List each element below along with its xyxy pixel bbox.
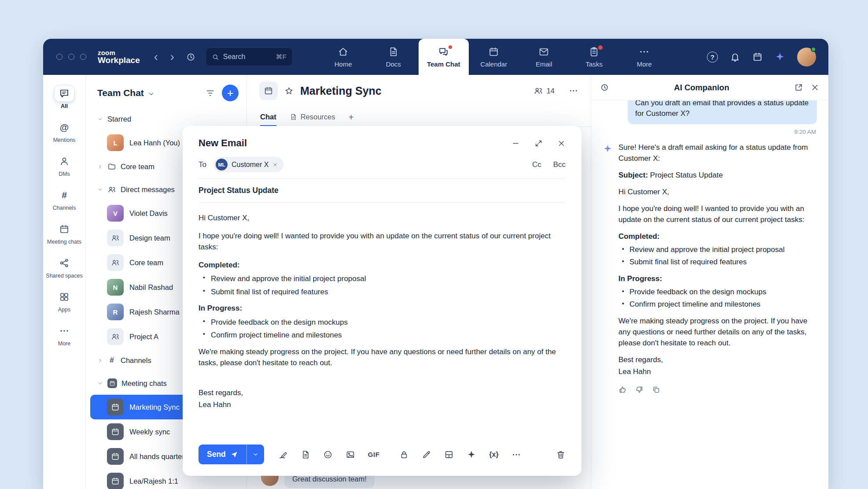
home-icon (338, 46, 349, 57)
search-input[interactable]: Search ⌘F (206, 48, 293, 66)
copy-icon[interactable] (652, 385, 660, 394)
email-signature: Lea Hahn (199, 399, 566, 411)
history-icon[interactable] (600, 83, 609, 92)
encryption-lock-icon[interactable] (399, 450, 409, 459)
expand-icon[interactable] (534, 139, 543, 148)
filter-button[interactable] (206, 89, 215, 98)
draw-pencil-icon[interactable] (422, 450, 431, 459)
back-icon[interactable]: ‹ (154, 51, 158, 63)
rail-item-mentions[interactable]: @ Mentions (43, 114, 85, 148)
history-nav: ‹ › (154, 51, 174, 63)
people-icon (111, 332, 120, 341)
forward-icon[interactable]: › (170, 51, 174, 63)
rail-item-dms[interactable]: DMs (43, 148, 85, 182)
search-placeholder: Search (223, 53, 246, 61)
top-bar: zoom Workplace ‹ › Search ⌘F Home Docs (43, 39, 828, 75)
ai-greeting: Hi Customer X, (618, 187, 817, 198)
minimize-icon[interactable] (511, 139, 520, 148)
nav-email[interactable]: Email (519, 39, 569, 75)
cc-button[interactable]: Cc (532, 160, 541, 169)
tab-chat[interactable]: Chat (260, 113, 276, 126)
dialog-title: New Email (199, 137, 247, 149)
rail-item-shared-spaces[interactable]: Shared spaces (43, 250, 85, 284)
send-button[interactable]: Send (199, 445, 246, 464)
ai-signoff: Best regards, (618, 355, 817, 366)
recent-history-icon[interactable] (186, 52, 196, 62)
chat-list-dropdown-icon[interactable] (148, 89, 154, 97)
ai-companion-sparkle-icon[interactable] (775, 52, 785, 62)
new-chat-button[interactable]: + (222, 85, 239, 101)
email-closing: We're making steady progress on the proj… (199, 346, 566, 369)
logo-workplace: Workplace (98, 56, 140, 64)
meeting-avatar (107, 448, 124, 465)
star-channel-button[interactable] (284, 86, 294, 96)
calendar-icon (488, 46, 499, 57)
nav-email-label: Email (536, 60, 552, 68)
channels-hash-icon: # (62, 190, 67, 200)
rail-item-channels[interactable]: # Channels (43, 182, 85, 216)
help-icon[interactable]: ? (707, 52, 718, 63)
close-icon[interactable] (810, 83, 820, 92)
group-avatar (107, 328, 124, 345)
nav-tasks[interactable]: Tasks (569, 39, 619, 75)
rail-item-apps[interactable]: Apps (43, 284, 85, 318)
bcc-button[interactable]: Bcc (553, 160, 566, 169)
notifications-bell-icon[interactable] (730, 52, 740, 62)
recipient-chip[interactable]: ML Customer X (213, 157, 283, 172)
nav-home[interactable]: Home (318, 39, 368, 75)
rail-item-meeting-chats[interactable]: Meeting chats (43, 216, 85, 250)
email-signoff: Best regards, (199, 387, 566, 399)
rail-item-all[interactable]: All (43, 80, 85, 114)
people-icon (107, 185, 116, 194)
avatar: V (107, 205, 124, 222)
chat-list-title[interactable]: Team Chat (97, 88, 144, 98)
more-icon (639, 46, 650, 57)
ai-closing: We're making steady progress on the proj… (618, 316, 817, 349)
ai-completed-list: Review and approve the initial project p… (618, 244, 817, 268)
send-options-button[interactable] (246, 445, 264, 464)
more-icon[interactable] (511, 450, 521, 459)
mini-calendar-icon[interactable] (752, 52, 763, 62)
gif-icon[interactable]: GIF (368, 451, 380, 458)
nav-team-chat[interactable]: Team Chat (419, 39, 469, 75)
subject-field[interactable]: Project Status Update (183, 179, 581, 202)
hash-icon: # (107, 356, 116, 365)
open-in-new-icon[interactable] (794, 83, 803, 92)
window-minimize-button[interactable] (68, 54, 74, 60)
profile-avatar[interactable] (797, 48, 816, 67)
chevron-right-icon (97, 164, 103, 170)
more-icon (569, 86, 578, 96)
format-signature-icon[interactable] (278, 450, 288, 459)
chevron-down-icon (97, 187, 103, 193)
ai-completed-heading: Completed: (618, 231, 817, 242)
search-shortcut: ⌘F (276, 53, 287, 61)
emoji-icon[interactable] (323, 450, 333, 459)
remove-recipient-button[interactable] (272, 162, 278, 167)
nav-docs[interactable]: Docs (368, 39, 419, 75)
tab-resources[interactable]: Resources (290, 113, 335, 126)
template-icon[interactable] (301, 450, 310, 459)
thumbs-down-icon[interactable] (635, 385, 644, 394)
thumbs-up-icon[interactable] (618, 385, 627, 394)
add-tab-button[interactable]: + (349, 112, 354, 126)
variable-icon[interactable]: {x} (489, 451, 498, 459)
channel-more-button[interactable] (569, 86, 578, 96)
email-body-editor[interactable]: Hi Customer X, I hope you're doing well!… (183, 203, 581, 438)
ai-sparkle-icon[interactable] (467, 450, 476, 459)
nav-calendar[interactable]: Calendar (469, 39, 519, 75)
nav-more[interactable]: More (619, 39, 669, 75)
paper-plane-icon (230, 451, 238, 459)
layout-icon[interactable] (444, 450, 454, 459)
rail-item-more[interactable]: More (43, 318, 85, 352)
window-close-button[interactable] (56, 54, 63, 60)
delete-draft-icon[interactable] (556, 450, 566, 459)
ai-signature: Lea Hahn (618, 367, 817, 378)
close-icon[interactable] (557, 139, 566, 148)
ai-conversation[interactable]: Can you draft an email that provides a s… (591, 100, 828, 489)
member-count[interactable]: 14 (533, 86, 555, 96)
to-field[interactable]: To ML Customer X Cc Bcc (183, 155, 581, 178)
window-zoom-button[interactable] (80, 54, 86, 60)
shared-spaces-icon (59, 258, 70, 268)
calendar-icon (111, 477, 120, 485)
image-icon[interactable] (346, 450, 355, 459)
